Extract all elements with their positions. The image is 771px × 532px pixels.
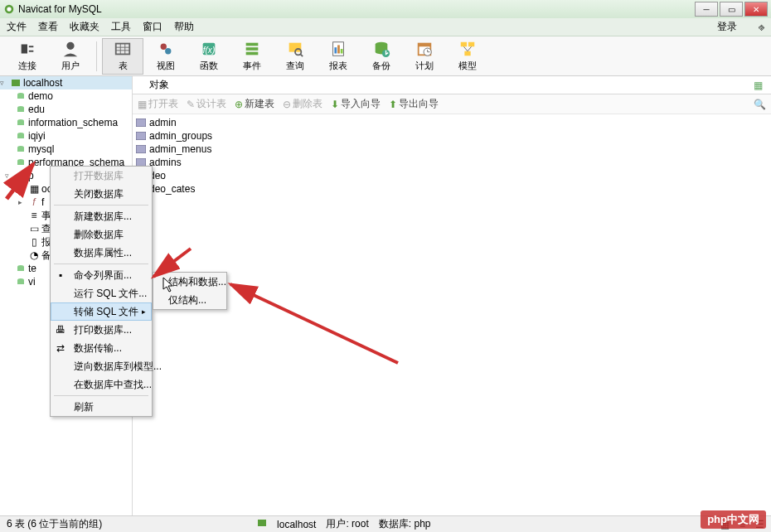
app-icon [3, 3, 15, 15]
tool-report[interactable]: 报表 [318, 38, 359, 75]
report-group-icon: ▯ [29, 237, 39, 247]
table-list: admin admin_groups admin_menus admins de… [133, 114, 771, 515]
svg-rect-32 [461, 42, 467, 47]
fx-group-icon: f [29, 197, 39, 207]
tree-db[interactable]: iqiyi [0, 129, 132, 143]
svg-line-36 [468, 46, 472, 51]
svg-rect-55 [17, 280, 24, 284]
action-open[interactable]: ▦ 打开表 [138, 97, 178, 111]
tool-connection[interactable]: 连接 [7, 38, 48, 75]
tree-host[interactable]: ▿ localhost [0, 76, 132, 89]
menu-help[interactable]: 帮助 [174, 20, 194, 34]
view-icon [157, 40, 175, 58]
table-row[interactable]: admin [133, 116, 771, 129]
tree-db[interactable]: edu [0, 103, 132, 116]
plug-icon [18, 40, 36, 58]
table-row[interactable]: admin_menus [133, 143, 771, 156]
svg-rect-33 [468, 42, 474, 47]
action-export[interactable]: ⬆ 导出向导 [389, 97, 439, 111]
close-button[interactable]: ✕ [744, 2, 768, 17]
print-icon: 🖶 [54, 323, 67, 336]
menu-open-db[interactable]: 打开数据库 [51, 167, 152, 185]
action-new[interactable]: ⊕ 新建表 [235, 97, 274, 111]
expand-icon[interactable]: ▸ [18, 198, 27, 206]
tab-bar: 对象 ▦ [133, 76, 771, 94]
maximize-button[interactable]: ▭ [720, 2, 743, 17]
database-icon [16, 118, 26, 128]
login-link[interactable]: 登录 [717, 20, 737, 34]
action-delete[interactable]: ⊖ 删除表 [283, 97, 322, 111]
menu-transfer[interactable]: ⇄数据传输... [51, 339, 152, 357]
tool-table[interactable]: 表 [102, 38, 143, 75]
svg-rect-6 [116, 44, 130, 55]
tool-model[interactable]: 模型 [447, 38, 488, 75]
table-group-icon: ▦ [29, 184, 39, 194]
expand-icon[interactable]: ▸ [18, 185, 27, 193]
tool-backup[interactable]: 备份 [361, 38, 402, 75]
svg-rect-17 [246, 52, 259, 56]
tree-db[interactable]: demo [0, 89, 132, 103]
menu-print-db[interactable]: 🖶打印数据库... [51, 321, 152, 339]
menu-separator [54, 264, 148, 264]
menu-window[interactable]: 窗口 [143, 20, 162, 34]
watermark: php中文网 [701, 510, 766, 529]
svg-rect-53 [17, 267, 24, 271]
tool-function[interactable]: f(x)函数 [188, 38, 230, 75]
table-row[interactable]: deo [133, 169, 771, 182]
menu-close-db[interactable]: 关闭数据库 [51, 185, 152, 203]
tool-schedule[interactable]: 计划 [404, 38, 445, 75]
menu-favorites[interactable]: 收藏夹 [70, 20, 99, 34]
action-bar: ▦ 打开表 ✎ 设计表 ⊕ 新建表 ⊖ 删除表 ⬇ 导入向导 ⬆ 导出向导 🔍 [133, 94, 771, 114]
tool-query[interactable]: 查询 [274, 38, 316, 75]
tool-view[interactable]: 视图 [145, 38, 187, 75]
menu-view[interactable]: 查看 [38, 20, 58, 34]
svg-rect-22 [334, 47, 337, 53]
svg-rect-58 [136, 145, 146, 153]
query-group-icon: ▭ [29, 224, 39, 234]
menu-dump-sql[interactable]: 转储 SQL 文件▸ [51, 302, 152, 321]
table-row[interactable]: deo_cates [133, 182, 771, 196]
view-mode-icon[interactable]: ▦ [754, 80, 768, 91]
tool-event[interactable]: 事件 [231, 38, 273, 75]
login-icon[interactable]: ⎆ [759, 22, 764, 33]
svg-rect-57 [136, 132, 146, 140]
window-controls: ─ ▭ ✕ [693, 2, 768, 17]
expand-icon[interactable]: ▿ [5, 172, 13, 180]
menu-separator [54, 205, 148, 206]
menu-tools[interactable]: 工具 [111, 20, 131, 34]
mouse-cursor-icon [162, 277, 176, 296]
menu-new-db[interactable]: 新建数据库... [51, 207, 152, 225]
svg-rect-47 [17, 148, 24, 152]
schedule-icon [415, 40, 434, 58]
menu-separator [54, 395, 148, 396]
tree-db[interactable]: information_schema [0, 116, 132, 129]
table-row[interactable]: admin_groups [133, 129, 771, 143]
tool-user[interactable]: 用户 [50, 38, 91, 75]
search-icon[interactable]: 🔍 [754, 99, 766, 110]
action-import[interactable]: ⬇ 导入向导 [331, 97, 381, 111]
tree-db[interactable]: mysql [0, 143, 132, 156]
backup-icon [372, 40, 390, 58]
svg-rect-37 [12, 80, 20, 86]
menu-delete-db[interactable]: 删除数据库 [51, 225, 152, 244]
menu-run-sql[interactable]: 运行 SQL 文件... [51, 284, 152, 302]
table-icon [114, 40, 132, 58]
menu-cli[interactable]: ▪命令列界面... [51, 266, 152, 284]
menu-file[interactable]: 文件 [7, 20, 27, 34]
cli-icon: ▪ [54, 268, 67, 282]
action-design[interactable]: ✎ 设计表 [187, 97, 226, 111]
menu-find[interactable]: 在数据库中查找... [51, 375, 152, 394]
expand-icon[interactable]: ▿ [0, 79, 8, 87]
minimize-button[interactable]: ─ [695, 2, 718, 17]
menu-refresh[interactable]: 刷新 [51, 398, 152, 416]
event-group-icon: ≡ [29, 210, 39, 220]
svg-line-35 [463, 46, 468, 51]
menu-reverse[interactable]: 逆向数据库到模型... [51, 357, 152, 375]
svg-rect-41 [17, 108, 24, 112]
menu-db-props[interactable]: 数据库属性... [51, 244, 152, 262]
toolbar-divider [96, 41, 97, 71]
backup-group-icon: ◔ [29, 250, 39, 260]
table-row[interactable]: admins [133, 156, 771, 169]
tab-objects[interactable]: 对象 [136, 76, 182, 94]
database-icon [16, 104, 26, 114]
